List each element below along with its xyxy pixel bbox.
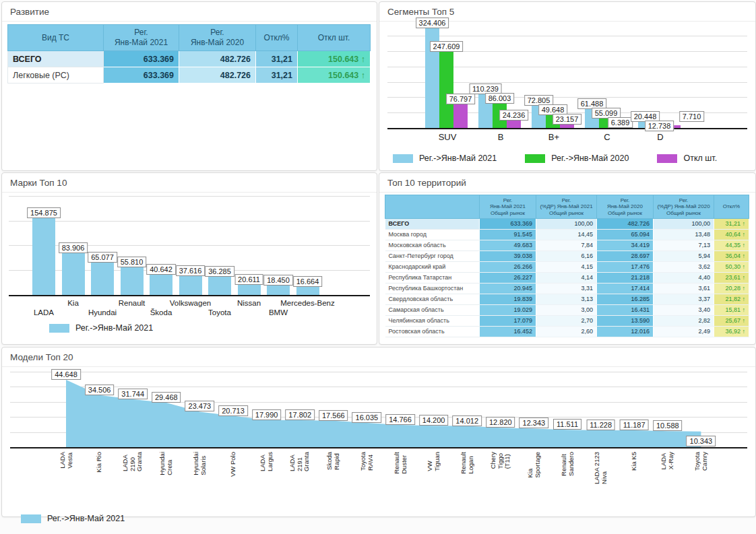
- table-row[interactable]: Челябинская область17.0792,7013.5902,822…: [385, 316, 749, 327]
- bar-LADA[interactable]: [32, 218, 55, 295]
- bar-Kia[interactable]: [62, 253, 85, 295]
- legend-item: Рег.->Янв-Май 2021: [49, 323, 153, 333]
- category-label: Mercedes-Benz: [280, 299, 335, 307]
- value-label: 23.157: [553, 114, 582, 125]
- panel-development: Развитие Вид ТСРег. Янв-Май 2021Рег. Янв…: [1, 1, 377, 171]
- value-label: 44.648: [51, 369, 81, 380]
- x-tick-label: LADA 2123 Niva: [586, 452, 616, 484]
- table-row[interactable]: Краснодарский край26.2664,1517.4763,6250…: [385, 262, 749, 273]
- category-label: Škoda: [150, 308, 172, 316]
- cell-deviation-pct: 50,30 ↑: [714, 262, 749, 273]
- table-row[interactable]: ВСЕГО633.369482.72631,21150.643 ↑: [8, 51, 371, 67]
- x-tick-label: Renault Logan: [452, 452, 482, 474]
- bar-SUV-series1[interactable]: [439, 52, 453, 128]
- value-label: 12.820: [486, 417, 515, 428]
- cell-deviation-pct: 21,82 ↑: [714, 294, 749, 305]
- panel-models: Модели Топ 20 44.648LADA Vesta34.506Kia …: [1, 347, 756, 517]
- cell-value: 3,00: [536, 305, 597, 316]
- models-area-series[interactable]: [10, 368, 747, 448]
- bar-Toyota[interactable]: [208, 277, 231, 295]
- value-label: 65.077: [88, 252, 117, 263]
- up-arrow-icon: ↑: [743, 306, 746, 313]
- cell-value: 31,21: [256, 67, 298, 84]
- value-label: 31.744: [118, 389, 148, 399]
- table-row[interactable]: Свердловская область19.8393,1316.2853,37…: [385, 294, 749, 305]
- bar-Renault[interactable]: [121, 267, 144, 295]
- table-row[interactable]: Москва город91.54514,4565.09413,4840,64 …: [385, 230, 749, 240]
- x-tick-label-text: LADA 2123 Niva: [594, 452, 608, 484]
- table-row[interactable]: Санкт-Петербург город39.0386,1628.6975,9…: [385, 251, 749, 262]
- table-row[interactable]: Московская область49.6837,8434.4197,1344…: [385, 240, 749, 251]
- cell-value: 2,82: [654, 316, 714, 327]
- cell-deviation-units: 150.643 ↑: [298, 51, 371, 67]
- value-label: 40.642: [146, 264, 176, 275]
- bar-Volkswagen[interactable]: [179, 276, 202, 295]
- value-label: 37.616: [176, 265, 206, 276]
- legend-item: Откл шт.: [657, 154, 717, 163]
- x-tick-label: Toyota RAV4: [352, 452, 381, 471]
- cell-value: 6,16: [536, 251, 597, 262]
- column-header: Откл шт.: [298, 25, 371, 51]
- cell-deviation-units: 150.643 ↑: [298, 67, 371, 84]
- table-row[interactable]: Самарская область19.0293,0016.4313,4015,…: [385, 305, 749, 316]
- table-row[interactable]: ВСЕГО633.369100,00482.726100,0031,21 ↑: [385, 219, 749, 230]
- category-label: BMW: [269, 308, 288, 316]
- bar-BMW[interactable]: [267, 286, 290, 295]
- cell-territory: Республика Башкортостан: [385, 283, 480, 294]
- category-label: SUV: [439, 132, 457, 142]
- brands-chart-plot: 154.875LADA83.906Kia65.077Hyundai55.810R…: [9, 195, 370, 315]
- x-tick-label-text: Renault Sandero: [561, 452, 575, 476]
- column-header: Откл%: [256, 25, 298, 51]
- x-tick-label-text: Toyota Camry: [694, 452, 708, 471]
- value-label: 12.343: [519, 418, 549, 428]
- x-tick-label-text: Renault Logan: [460, 452, 474, 474]
- x-tick-label-text: Renault Duster: [393, 452, 408, 474]
- up-arrow-icon: ↑: [743, 220, 746, 227]
- x-tick-label: Kia K5: [619, 452, 649, 471]
- legend-swatch-icon: [525, 154, 545, 163]
- bar-Nissan[interactable]: [238, 285, 261, 295]
- bar-Škoda[interactable]: [150, 275, 172, 295]
- up-arrow-icon: ↑: [743, 274, 746, 281]
- x-tick-label-text: Toyota RAV4: [360, 452, 374, 471]
- table-row[interactable]: Ростовская область16.4522,6012.0162,4936…: [385, 327, 749, 337]
- cell-territory: Москва город: [385, 230, 480, 240]
- value-label: 18.450: [263, 275, 293, 286]
- x-tick-label: Hyundai Creta: [152, 452, 181, 475]
- x-tick-label: Renault Sandero: [553, 452, 582, 476]
- value-label: 7.710: [679, 111, 705, 122]
- segments-chart-plot: 324.406247.60976.797SUV110.23986.00324.2…: [387, 26, 747, 144]
- chart-legend: Рег.->Янв-Май 2021Рег.->Янв-Май 2020Откл…: [393, 154, 755, 163]
- column-header: Рег. (%ДР) Янв-Май 2021 Общий рынок: [536, 195, 597, 219]
- cell-value: 3,62: [654, 262, 714, 273]
- value-label: 83.906: [59, 242, 88, 253]
- bar-Hyundai[interactable]: [91, 263, 114, 295]
- bar-Mercedes-Benz[interactable]: [296, 287, 319, 295]
- category-label: Nissan: [237, 299, 261, 307]
- category-label: B+: [548, 132, 559, 142]
- table-row[interactable]: Республика Татарстан26.2274,1421.2184,40…: [385, 273, 749, 283]
- value-label: 16.035: [352, 412, 382, 423]
- cell-value: 19.839: [480, 294, 536, 305]
- cell-value: 26.227: [480, 273, 536, 283]
- value-label: 23.473: [185, 401, 215, 411]
- up-arrow-icon: ↑: [743, 328, 746, 335]
- cell-value: 3,37: [654, 294, 714, 305]
- chart-legend: Рег.->Янв-Май 2021: [21, 514, 755, 523]
- bar-B-series2[interactable]: [507, 121, 521, 128]
- value-label: 86.003: [485, 93, 515, 104]
- bar-SUV-series2[interactable]: [453, 104, 468, 128]
- cell-deviation-pct: 20,28 ↑: [714, 283, 749, 294]
- cell-vehicle-type: ВСЕГО: [8, 51, 104, 67]
- x-tick-label-text: VW Polo: [230, 452, 237, 477]
- x-tick-label-text: Chery Tiggo (T11): [490, 452, 511, 469]
- table-row[interactable]: Легковые (РС)633.369482.72631,21150.643 …: [8, 67, 371, 84]
- panel-territories: Топ 10 территорий Рег. Янв-Май 2021 Общи…: [379, 172, 756, 345]
- x-tick-label-text: LADA 2191 Granta: [289, 452, 311, 471]
- x-tick-label: Toyota Camry: [686, 452, 716, 471]
- legend-item: Рег.->Янв-Май 2021: [21, 514, 125, 523]
- table-row[interactable]: Республика Башкортостан20.9453,3117.4143…: [385, 283, 749, 294]
- up-arrow-icon: ↑: [361, 71, 365, 80]
- gridline: [9, 196, 370, 197]
- cell-deviation-pct: 31,21 ↑: [714, 219, 749, 230]
